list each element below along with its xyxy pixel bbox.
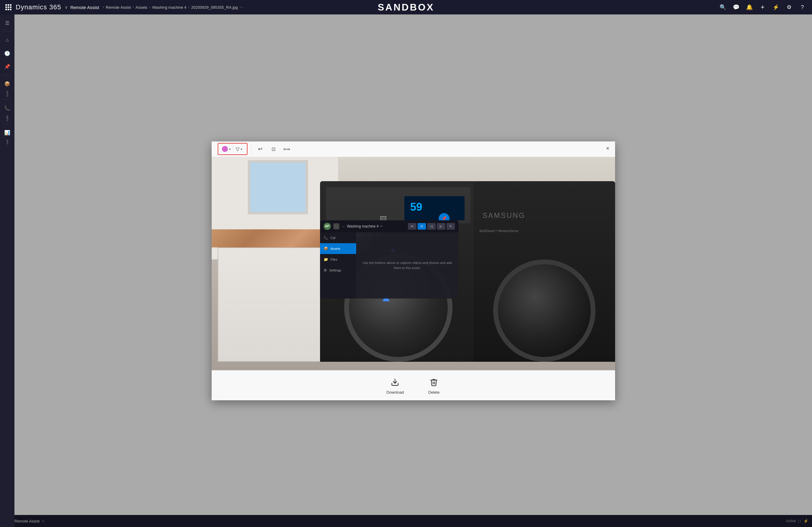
app-action-btn-2[interactable]: ⊡ (418, 223, 426, 230)
color-filter-group: ▾ ▽ ▾ (218, 143, 247, 155)
sidebar-assets-btn[interactable]: 📦 (1, 78, 13, 90)
svg-rect-6 (5, 9, 7, 10)
breadcrumb-remote-assist[interactable]: Remote Assist (106, 5, 131, 10)
app-action-btn-3[interactable]: ◁ (427, 223, 436, 230)
filter-btn[interactable]: ▽ ▾ (233, 145, 245, 153)
app-icon-small: 📞 (333, 223, 339, 229)
breadcrumb-washing-machine[interactable]: Washing machine 4 (152, 5, 186, 10)
app-overlay-actions: ↩ ⊡ ◁ ▷ × (408, 223, 455, 230)
modal-overlay: × ▾ ▽ ▾ ↩ ⊡ ⟺ (14, 14, 812, 527)
svg-rect-1 (8, 4, 9, 6)
app-action-btn-5[interactable]: × (447, 223, 455, 230)
download-icon (389, 376, 401, 388)
filter-icon-btn[interactable]: ⚡ (770, 1, 782, 13)
help-icon-btn[interactable]: ? (796, 1, 808, 13)
app-user-avatar: AP (324, 223, 331, 230)
sidebar-menu-btn[interactable]: ☰ (1, 17, 13, 29)
app-action-btn-1[interactable]: ↩ (408, 223, 416, 230)
sidebar-divider-1 (3, 31, 12, 32)
sidebar-analytics-label: Ana (6, 140, 9, 145)
toolbar-separator-1 (251, 145, 251, 153)
app-nav-settings[interactable]: ⚙ Settings (320, 265, 356, 276)
cabinet-area (212, 229, 338, 362)
sidebar-recent-btn[interactable]: 🕐 (1, 47, 13, 59)
app-overlay-header: AP 📞 ← Washing machine 4 ✏ ↩ ⊡ ◁ (320, 220, 459, 232)
filter-chevron-icon: ▾ (241, 147, 242, 151)
sidebar-pin-btn[interactable]: 📌 (1, 60, 13, 73)
chat-icon-btn[interactable]: 💬 (730, 1, 742, 13)
sidebar-calls-btn[interactable]: 📞 (1, 102, 13, 114)
app-title-bar: ← Washing machine 4 ✏ (342, 224, 406, 229)
counter-top (212, 229, 338, 247)
left-sidebar: ☰ ⌂ 🕐 📌 📦 Asse 📞 Calls 📊 Ana (0, 14, 14, 527)
app-content-message: Use the buttons above to capture videos … (361, 260, 454, 270)
image-container: 59 SAMSUNG SAMSUNG MultiSteam™ MoistureS… (212, 157, 615, 370)
sidebar-home-btn[interactable]: ⌂ (1, 34, 13, 46)
sidebar-analytics-btn[interactable]: 📊 (1, 127, 13, 138)
grid-menu-icon[interactable] (4, 2, 13, 12)
sidebar-calls-section: 📞 Calls (1, 102, 13, 121)
undo-btn[interactable]: ↩ (255, 144, 266, 155)
sidebar-assets-label: Asse (6, 91, 9, 97)
image-viewer-modal: × ▾ ▽ ▾ ↩ ⊡ ⟺ (212, 142, 615, 400)
app-action-btn-4[interactable]: ▷ (437, 223, 445, 230)
search-icon-btn[interactable]: 🔍 (717, 1, 729, 13)
sidebar-divider-3 (3, 99, 12, 100)
download-action[interactable]: Download (387, 376, 404, 395)
app-nav-files[interactable]: 📁 Files (320, 254, 356, 265)
sidebar-divider-2 (3, 75, 12, 75)
delete-icon (428, 376, 440, 388)
svg-rect-5 (10, 6, 12, 8)
svg-rect-7 (8, 9, 9, 10)
download-label: Download (387, 390, 404, 395)
breadcrumb-assets[interactable]: Assets (135, 5, 147, 10)
filter-funnel-icon: ▽ (236, 146, 240, 152)
app-nav-calls[interactable]: 📞 Cal (320, 232, 356, 243)
color-chevron-icon: ▾ (229, 147, 231, 151)
sidebar-assets-section: 📦 Asse (1, 78, 13, 97)
modal-close-btn[interactable]: × (603, 144, 613, 153)
sandbox-label: SANDBOX (378, 2, 434, 13)
sidebar-divider-4 (3, 124, 12, 124)
bell-icon-btn[interactable]: 🔔 (743, 1, 755, 13)
flip-btn[interactable]: ⟺ (281, 144, 292, 155)
plus-icon-btn[interactable]: + (757, 1, 769, 13)
nav-module-name: Remote Assist (70, 5, 99, 10)
bottom-action-bar: Download Delete (212, 370, 615, 400)
nav-right-actions: 🔍 💬 🔔 + ⚡ ⚙ ? (717, 1, 808, 13)
top-nav-bar: Dynamics 365 ∨ Remote Assist › Remote As… (0, 0, 812, 14)
cabinet-door (218, 247, 332, 362)
samsung-brand-right: SAMSUNG (483, 211, 525, 220)
app-overlay-content: Use the buttons above to capture videos … (356, 232, 459, 298)
color-picker-btn[interactable]: ▾ (221, 145, 232, 153)
settings-icon-btn[interactable]: ⚙ (783, 1, 795, 13)
svg-rect-4 (8, 6, 9, 8)
app-overlay: AP 📞 ← Washing machine 4 ✏ ↩ ⊡ ◁ (320, 220, 459, 298)
svg-rect-3 (5, 6, 7, 8)
app-overlay-nav: 📞 Cal 📦 Assets 📁 Files (320, 232, 356, 298)
washer-display: 59 (404, 196, 465, 220)
svg-rect-8 (10, 9, 12, 10)
window (248, 160, 308, 214)
delete-label: Delete (429, 390, 440, 395)
dynamics-label: Dynamics 365 (16, 3, 61, 11)
crop-btn[interactable]: ⊡ (268, 144, 279, 155)
svg-rect-2 (10, 4, 12, 6)
nav-chevron-icon: ∨ (65, 5, 68, 10)
washer-door-right (493, 260, 596, 362)
image-toolbar: ▾ ▽ ▾ ↩ ⊡ ⟺ (212, 142, 615, 157)
app-overlay-title: Washing machine 4 (347, 224, 379, 229)
color-indicator (222, 146, 228, 152)
app-nav-assets[interactable]: 📦 Assets (320, 243, 356, 254)
washer-right: SAMSUNG MultiSteam™ MoistureSense (474, 181, 615, 362)
delete-action[interactable]: Delete (428, 376, 440, 395)
washer-scene-image: 59 SAMSUNG SAMSUNG MultiSteam™ MoistureS… (212, 157, 615, 370)
main-content-area: × ▾ ▽ ▾ ↩ ⊡ ⟺ (14, 14, 812, 527)
sidebar-calls-label: Calls (6, 115, 9, 121)
sidebar-analytics-section: 📊 Ana (1, 127, 13, 145)
svg-rect-0 (5, 4, 7, 6)
breadcrumb-filename[interactable]: 20200929_095355_RA.jpg (191, 5, 238, 10)
